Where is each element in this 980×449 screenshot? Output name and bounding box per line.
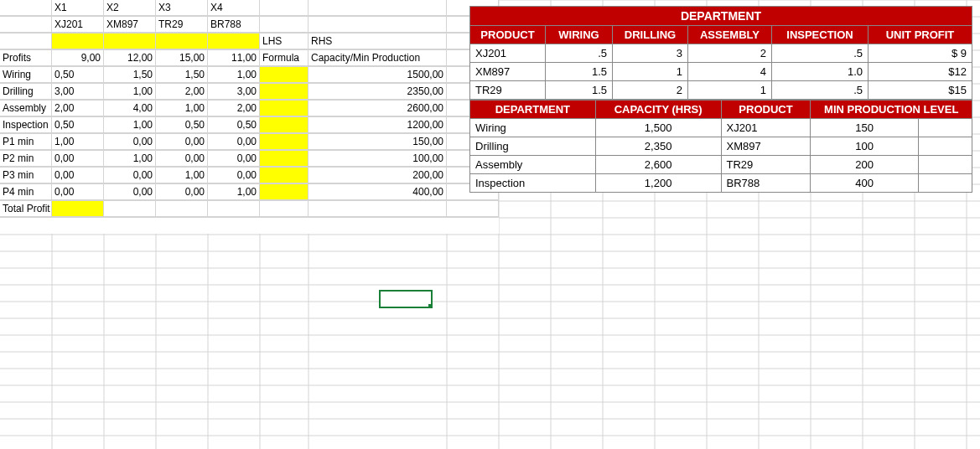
cell[interactable] xyxy=(259,0,309,16)
decision-var-2[interactable] xyxy=(103,33,156,49)
row-label-drilling[interactable]: Drilling xyxy=(0,83,52,100)
total-profit-cell[interactable] xyxy=(51,200,104,217)
decision-var-4[interactable] xyxy=(207,33,260,49)
th-drilling: DRILLING xyxy=(613,26,688,44)
decision-var-3[interactable] xyxy=(155,33,208,49)
cell[interactable]: 0,00 xyxy=(155,150,208,167)
cell-code-2[interactable]: XM897 xyxy=(103,16,156,33)
cell[interactable]: 3,00 xyxy=(207,83,260,100)
lhs-cell[interactable] xyxy=(259,133,309,150)
cell[interactable]: 3,00 xyxy=(51,83,104,100)
cell[interactable]: 0,00 xyxy=(207,150,260,167)
cell[interactable]: 2,00 xyxy=(155,83,208,100)
cell[interactable]: 0,00 xyxy=(51,150,104,167)
decision-var-1[interactable] xyxy=(51,33,104,49)
cell[interactable]: 1,00 xyxy=(207,183,260,200)
capacity-table: DEPARTMENT CAPACITY (HRS) PRODUCT MIN PR… xyxy=(469,100,972,193)
cell-code-4[interactable]: BR788 xyxy=(207,16,260,33)
cell[interactable] xyxy=(103,200,156,217)
rhs-cell[interactable]: 2600,00 xyxy=(308,100,447,116)
cell[interactable]: 9,00 xyxy=(51,49,104,66)
cell[interactable] xyxy=(0,0,52,16)
row-label-p3min[interactable]: P3 min xyxy=(0,167,52,183)
cell-x2-hdr[interactable]: X2 xyxy=(103,0,156,16)
lhs-cell[interactable] xyxy=(259,167,309,183)
cell[interactable] xyxy=(308,0,447,16)
rhs-cell[interactable]: 400,00 xyxy=(308,183,447,200)
cell[interactable] xyxy=(259,16,309,33)
row-label-total-profit[interactable]: Total Profit xyxy=(0,200,52,217)
row-label-p1min[interactable]: P1 min xyxy=(0,133,52,150)
rhs-cell[interactable]: 2350,00 xyxy=(308,83,447,100)
cell-code-3[interactable]: TR29 xyxy=(155,16,208,33)
row-label-p4min[interactable]: P4 min xyxy=(0,183,52,200)
cell[interactable] xyxy=(0,16,52,33)
cell[interactable] xyxy=(207,200,260,217)
cell[interactable]: 1,00 xyxy=(207,66,260,83)
cell[interactable]: 1,00 xyxy=(103,116,156,133)
cell[interactable]: 15,00 xyxy=(155,49,208,66)
cell[interactable]: 1,50 xyxy=(103,66,156,83)
cell[interactable]: 1,00 xyxy=(51,133,104,150)
rhs-cell[interactable]: 200,00 xyxy=(308,167,447,183)
cell[interactable] xyxy=(446,200,499,217)
row-label-inspection[interactable]: Inspection xyxy=(0,116,52,133)
cell[interactable]: 0,50 xyxy=(51,116,104,133)
cell[interactable]: 1,00 xyxy=(155,167,208,183)
cell[interactable]: 0,00 xyxy=(155,183,208,200)
cell[interactable]: 2,00 xyxy=(207,100,260,116)
rhs-cell[interactable]: 100,00 xyxy=(308,150,447,167)
cell[interactable]: 0,00 xyxy=(207,133,260,150)
cell[interactable]: 1,00 xyxy=(103,150,156,167)
cell[interactable]: 1,00 xyxy=(155,100,208,116)
td xyxy=(918,119,972,137)
cell-x3-hdr[interactable]: X3 xyxy=(155,0,208,16)
blank-grid-area[interactable] xyxy=(0,218,980,449)
cell[interactable]: 2,00 xyxy=(51,100,104,116)
rhs-cell[interactable]: 150,00 xyxy=(308,133,447,150)
cell[interactable]: 0,50 xyxy=(155,116,208,133)
cell[interactable]: 0,00 xyxy=(103,133,156,150)
cell[interactable]: 1,00 xyxy=(103,83,156,100)
rhs-header[interactable]: RHS xyxy=(308,33,447,49)
cell[interactable]: Capacity/Min Production xyxy=(308,49,447,66)
cell-x1-hdr[interactable]: X1 xyxy=(51,0,104,16)
cell[interactable]: 4,00 xyxy=(103,100,156,116)
row-label-profits[interactable]: Profits xyxy=(0,49,52,66)
cell[interactable] xyxy=(308,16,447,33)
lhs-cell[interactable] xyxy=(259,66,309,83)
cell[interactable] xyxy=(308,200,447,217)
table-row: Drilling 2,350 XM897 100 xyxy=(470,137,972,156)
cell[interactable] xyxy=(259,200,309,217)
lhs-cell[interactable] xyxy=(259,100,309,116)
cell[interactable]: 11,00 xyxy=(207,49,260,66)
cell-x4-hdr[interactable]: X4 xyxy=(207,0,260,16)
lhs-cell[interactable] xyxy=(259,150,309,167)
lhs-cell[interactable] xyxy=(259,183,309,200)
cell[interactable]: Formula xyxy=(259,49,309,66)
active-cell[interactable] xyxy=(380,291,432,307)
rhs-cell[interactable]: 1200,00 xyxy=(308,116,447,133)
lhs-cell[interactable] xyxy=(259,83,309,100)
cell[interactable]: 0,00 xyxy=(51,183,104,200)
cell[interactable] xyxy=(155,200,208,217)
lhs-header[interactable]: LHS xyxy=(259,33,309,49)
td: 1.5 xyxy=(546,63,613,81)
td: 1.0 xyxy=(772,63,869,81)
cell[interactable]: 0,00 xyxy=(155,133,208,150)
cell[interactable]: 0,00 xyxy=(103,167,156,183)
cell[interactable]: 1,50 xyxy=(155,66,208,83)
row-label-assembly[interactable]: Assembly xyxy=(0,100,52,116)
rhs-cell[interactable]: 1500,00 xyxy=(308,66,447,83)
cell[interactable]: 0,50 xyxy=(207,116,260,133)
cell[interactable]: 0,00 xyxy=(103,183,156,200)
lhs-cell[interactable] xyxy=(259,116,309,133)
cell[interactable]: 12,00 xyxy=(103,49,156,66)
row-label-p2min[interactable]: P2 min xyxy=(0,150,52,167)
cell[interactable]: 0,00 xyxy=(207,167,260,183)
cell[interactable]: 0,50 xyxy=(51,66,104,83)
cell[interactable] xyxy=(0,33,52,49)
row-label-wiring[interactable]: Wiring xyxy=(0,66,52,83)
cell-code-1[interactable]: XJ201 xyxy=(51,16,104,33)
cell[interactable]: 0,00 xyxy=(51,167,104,183)
